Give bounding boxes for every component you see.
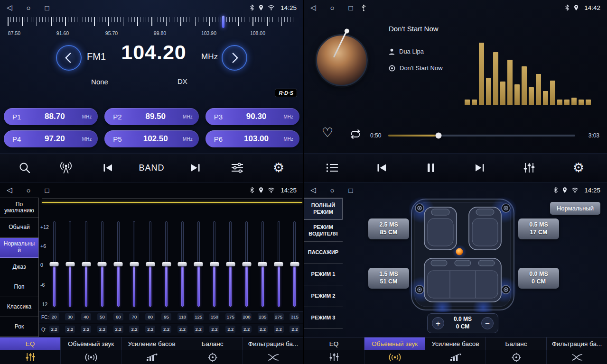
search-icon[interactable]: [14, 162, 35, 174]
playlist-icon[interactable]: [322, 163, 343, 173]
surround-tab-icon[interactable]: [61, 350, 121, 364]
back-button[interactable]: ◁: [7, 186, 12, 194]
sound-mode-item[interactable]: РЕЖИМ ВОДИТЕЛЯ: [304, 220, 343, 242]
eq-preset-item[interactable]: Джаз: [0, 258, 38, 278]
sound-mode-item[interactable]: РЕЖИМ 2: [304, 285, 343, 307]
sound-mode-item[interactable]: РЕЖИМ 3: [304, 307, 343, 329]
eq-band-slider[interactable]: [209, 219, 220, 310]
settings-gear-icon[interactable]: ⚙: [268, 162, 289, 174]
slider-handle[interactable]: [226, 262, 235, 266]
slider-handle[interactable]: [162, 262, 171, 266]
slider-handle[interactable]: [290, 262, 299, 266]
tab-eq[interactable]: EQ: [304, 337, 364, 350]
slider-handle[interactable]: [130, 262, 139, 266]
eq-band-slider[interactable]: [145, 219, 156, 310]
tab-eq[interactable]: EQ: [0, 337, 61, 350]
back-button[interactable]: ◁: [310, 186, 316, 194]
eq-band-slider[interactable]: [48, 219, 60, 310]
delay-rear-left[interactable]: 1.5 MS 51 CM: [368, 268, 409, 289]
radio-preset-button[interactable]: P6103.00MHz: [205, 130, 299, 147]
eq-band-slider[interactable]: [289, 219, 300, 310]
radio-preset-button[interactable]: P188.70MHz: [4, 108, 98, 125]
settings-gear-icon[interactable]: ⚙: [568, 162, 589, 174]
eq-preset-item[interactable]: Нормальный: [0, 238, 38, 258]
delay-front-left[interactable]: 2.5 MS 85 CM: [368, 218, 409, 239]
next-track-icon[interactable]: [469, 163, 490, 173]
eq-band-slider[interactable]: [241, 219, 252, 310]
back-button[interactable]: ◁: [7, 3, 12, 12]
slider-handle[interactable]: [98, 262, 107, 266]
tab-filter[interactable]: Фильтрация ба...: [547, 337, 607, 350]
recents-button[interactable]: □: [349, 186, 353, 194]
slider-handle[interactable]: [194, 262, 203, 266]
delay-front-right[interactable]: 0.5 MS 17 CM: [518, 218, 559, 239]
slider-handle[interactable]: [146, 262, 155, 266]
radio-preset-button[interactable]: P497.20MHz: [4, 130, 98, 147]
sound-mode-item[interactable]: ПАССАЖИР: [304, 242, 343, 264]
decrease-delay-button[interactable]: −: [481, 317, 494, 329]
tune-down-button[interactable]: [56, 45, 82, 71]
eq-preset-item[interactable]: Поп: [0, 277, 38, 297]
eq-band-slider[interactable]: [193, 219, 204, 310]
eq-band-slider[interactable]: [65, 219, 76, 310]
eq-band-slider[interactable]: [112, 219, 124, 310]
previous-track-icon[interactable]: [371, 163, 392, 173]
filter-tab-icon[interactable]: [243, 350, 303, 364]
tab-surround[interactable]: Объёмный звук: [364, 337, 425, 350]
sound-mode-item[interactable]: РЕЖИМ 1: [304, 264, 343, 285]
progress-slider[interactable]: [388, 135, 575, 136]
eq-band-slider[interactable]: [129, 219, 140, 310]
eq-tab-icon[interactable]: [304, 350, 364, 364]
filter-tab-icon[interactable]: [547, 350, 607, 364]
sound-mode-item[interactable]: ПОЛНЫЙ РЕЖИМ: [304, 198, 343, 220]
slider-handle[interactable]: [114, 262, 123, 266]
eq-preset-item[interactable]: Обычай: [0, 218, 38, 238]
profile-button[interactable]: Нормальный: [550, 202, 600, 215]
eq-band-slider[interactable]: [161, 219, 172, 310]
back-button[interactable]: ◁: [310, 3, 316, 12]
slider-handle[interactable]: [210, 262, 219, 266]
next-icon[interactable]: [185, 163, 206, 173]
tab-bass-boost[interactable]: Усиление басов: [121, 337, 182, 350]
radio-preset-button[interactable]: P289.50MHz: [104, 108, 198, 125]
tab-balance[interactable]: Баланс: [182, 337, 243, 350]
balance-tab-icon[interactable]: [182, 350, 243, 364]
eq-band-slider[interactable]: [257, 219, 268, 310]
slider-handle[interactable]: [242, 262, 251, 266]
progress-knob[interactable]: [436, 133, 442, 139]
eq-band-slider[interactable]: [177, 219, 188, 310]
slider-handle[interactable]: [274, 262, 283, 266]
pause-icon[interactable]: [420, 163, 441, 173]
bass-boost-tab-icon[interactable]: [121, 350, 182, 364]
tab-bass-boost[interactable]: Усиление басов: [425, 337, 486, 350]
slider-handle[interactable]: [65, 262, 75, 266]
radio-preset-button[interactable]: P390.30MHz: [205, 108, 299, 125]
favorite-heart-icon[interactable]: ♡: [322, 125, 333, 140]
increase-delay-button[interactable]: +: [432, 317, 444, 329]
tab-balance[interactable]: Баланс: [486, 337, 547, 350]
slider-handle[interactable]: [82, 262, 91, 266]
home-button[interactable]: ○: [27, 186, 31, 194]
recents-button[interactable]: □: [349, 4, 353, 12]
recents-button[interactable]: □: [45, 4, 49, 12]
bass-boost-tab-icon[interactable]: [425, 350, 486, 364]
tab-filter[interactable]: Фильтрация ба...: [243, 337, 303, 350]
slider-handle[interactable]: [258, 262, 267, 266]
eq-band-slider[interactable]: [81, 219, 92, 310]
home-button[interactable]: ○: [27, 4, 31, 12]
eq-band-slider[interactable]: [96, 219, 108, 310]
radio-preset-button[interactable]: P5102.50MHz: [104, 130, 198, 147]
broadcast-icon[interactable]: [56, 162, 76, 174]
tab-surround[interactable]: Объёмный звук: [61, 337, 121, 350]
home-button[interactable]: ○: [330, 4, 335, 12]
eq-preset-item[interactable]: Рок: [0, 317, 38, 337]
band-button[interactable]: BAND: [139, 163, 164, 173]
tune-up-button[interactable]: [222, 45, 247, 71]
eq-tab-icon[interactable]: [0, 350, 61, 364]
slider-handle[interactable]: [178, 262, 187, 266]
eq-band-slider[interactable]: [225, 219, 236, 310]
eq-preset-item[interactable]: Классика: [0, 297, 38, 317]
eq-band-slider[interactable]: [273, 219, 284, 310]
repeat-icon[interactable]: [349, 129, 362, 141]
equalizer-icon[interactable]: [227, 163, 248, 173]
